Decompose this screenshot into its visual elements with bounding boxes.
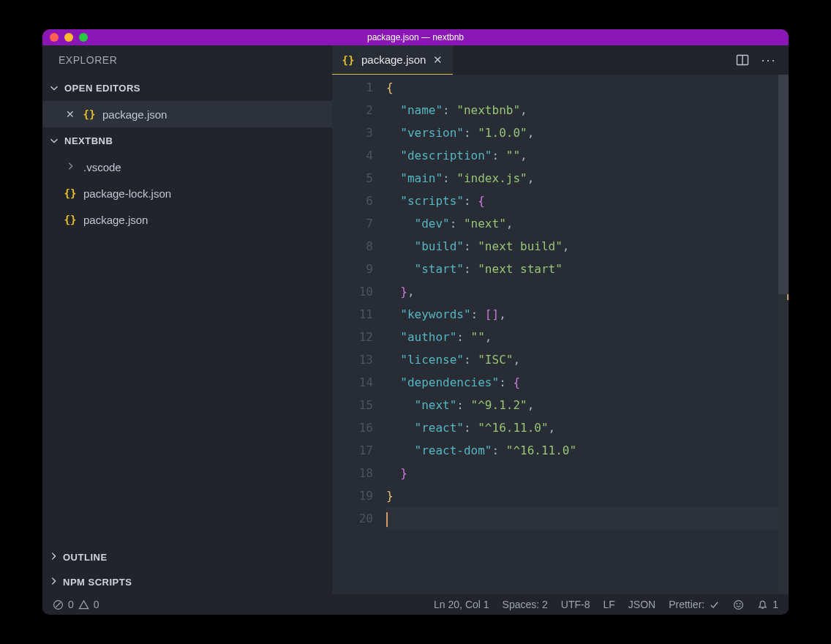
status-prettier[interactable]: Prettier:: [669, 599, 720, 610]
chevron-down-icon: [48, 82, 60, 94]
outline-section[interactable]: OUTLINE: [42, 544, 332, 569]
project-item-label: package-lock.json: [83, 187, 171, 200]
close-window-icon[interactable]: [50, 33, 59, 42]
explorer-header: EXPLORER: [42, 45, 332, 75]
main-area: EXPLORER OPEN EDITORS ✕ {} package.json …: [42, 45, 789, 594]
open-editors-section[interactable]: OPEN EDITORS: [42, 75, 332, 101]
open-editor-item[interactable]: ✕ {} package.json: [42, 101, 332, 127]
bell-icon: [757, 599, 768, 610]
project-item-file[interactable]: {} package-lock.json: [42, 180, 332, 206]
chevron-right-icon: [64, 161, 76, 173]
status-indent[interactable]: Spaces: 2: [503, 599, 548, 610]
maximize-window-icon[interactable]: [79, 33, 88, 42]
project-item-file[interactable]: {} package.json: [42, 206, 332, 233]
project-item-folder[interactable]: .vscode: [42, 154, 332, 180]
tab-actions: ···: [736, 45, 789, 75]
svg-marker-4: [79, 600, 88, 608]
split-editor-icon[interactable]: [736, 53, 749, 67]
npm-scripts-section[interactable]: NPM SCRIPTS: [42, 569, 332, 594]
status-warnings-count: 0: [94, 599, 99, 610]
chevron-down-icon: [48, 135, 60, 146]
status-notifications-count: 1: [772, 599, 778, 610]
minimap-thumb[interactable]: [778, 75, 789, 294]
json-file-icon: {}: [64, 214, 76, 225]
close-icon[interactable]: ✕: [433, 53, 443, 67]
svg-point-5: [734, 600, 743, 609]
close-icon[interactable]: ✕: [64, 108, 76, 120]
open-editors-label: OPEN EDITORS: [64, 83, 140, 94]
minimap-overview-mark: [787, 294, 789, 300]
minimize-window-icon[interactable]: [64, 33, 73, 42]
chevron-right-icon: [48, 551, 59, 564]
code-content[interactable]: { "name": "nextbnb", "version": "1.0.0",…: [386, 75, 778, 594]
svg-line-3: [56, 602, 61, 607]
status-notifications[interactable]: 1: [757, 599, 778, 610]
status-language[interactable]: JSON: [628, 599, 655, 610]
chevron-right-icon: [48, 576, 59, 588]
status-feedback[interactable]: [733, 599, 744, 610]
tab-package-json[interactable]: {} package.json ✕: [332, 45, 453, 75]
window-title: package.json — nextbnb: [42, 32, 789, 42]
check-icon: [709, 599, 720, 610]
json-file-icon: {}: [83, 108, 95, 120]
code-area[interactable]: 1234567891011121314151617181920 { "name"…: [332, 75, 789, 594]
status-encoding[interactable]: UTF-8: [561, 599, 590, 610]
outline-label: OUTLINE: [63, 552, 108, 563]
more-actions-icon[interactable]: ···: [762, 53, 775, 67]
json-file-icon: {}: [342, 54, 354, 66]
traffic-lights: [42, 33, 88, 42]
svg-point-7: [740, 603, 740, 604]
svg-point-6: [737, 603, 737, 604]
status-problems[interactable]: 0 0: [53, 599, 99, 610]
json-file-icon: {}: [64, 187, 76, 199]
npm-scripts-label: NPM SCRIPTS: [63, 577, 132, 588]
status-bar: 0 0 Ln 20, Col 1 Spaces: 2 UTF-8 LF JSON…: [42, 594, 789, 615]
status-cursor[interactable]: Ln 20, Col 1: [434, 599, 489, 610]
project-section-label: NEXTBNB: [64, 135, 113, 146]
status-errors-count: 0: [68, 599, 74, 610]
minimap[interactable]: [778, 75, 789, 594]
line-gutter: 1234567891011121314151617181920: [332, 75, 386, 594]
project-item-label: .vscode: [83, 161, 121, 173]
explorer-sidebar: EXPLORER OPEN EDITORS ✕ {} package.json …: [42, 45, 332, 594]
smiley-icon: [733, 599, 744, 610]
project-section[interactable]: NEXTBNB: [42, 127, 332, 154]
editor-window: package.json — nextbnb EXPLORER OPEN EDI…: [42, 29, 789, 615]
open-editor-item-label: package.json: [102, 108, 167, 121]
status-eol[interactable]: LF: [603, 599, 615, 610]
titlebar: package.json — nextbnb: [42, 29, 789, 45]
editor-area: {} package.json ✕ ··· 123456789101112131…: [332, 45, 789, 594]
project-item-label: package.json: [83, 214, 148, 226]
tab-bar: {} package.json ✕ ···: [332, 45, 789, 75]
tab-label: package.json: [361, 53, 426, 66]
